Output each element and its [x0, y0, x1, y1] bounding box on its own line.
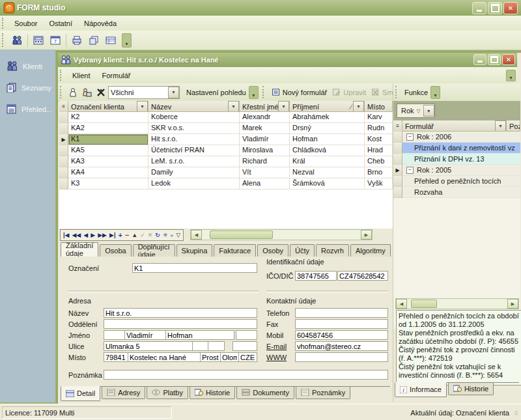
poznamka-field[interactable] — [104, 370, 388, 380]
cislo-orientacni-field[interactable] — [208, 341, 225, 351]
tab-osoby[interactable]: Osoby — [257, 244, 289, 257]
cislo-popisne-field[interactable] — [192, 341, 208, 351]
tab-rozvrh[interactable]: Rozvrh — [316, 244, 349, 257]
nav-insert-button[interactable]: + — [117, 231, 123, 239]
sidebar-item-seznamy[interactable]: Seznamy — [7, 83, 55, 92]
list-item[interactable]: Rozvaha — [393, 187, 520, 198]
nav-first-button[interactable]: |◀ — [62, 232, 70, 238]
focused-cell[interactable]: K1 — [68, 134, 148, 145]
calendar-toolbar-button[interactable]: 7 — [48, 33, 63, 48]
nav-last-button[interactable]: ▶| — [108, 232, 117, 238]
stat-field[interactable] — [238, 352, 257, 362]
table-row[interactable]: KA3 LeM. s.r.o. Richard Král Cheb — [59, 156, 393, 167]
tab-dokumenty[interactable]: Dokumenty — [236, 387, 294, 399]
child-menubar-grip[interactable] — [60, 70, 64, 81]
filter-dropdown-icon[interactable]: ▼ — [353, 101, 364, 112]
telefon-field[interactable] — [295, 308, 388, 318]
list-item[interactable]: Přiznání k DPH vz. 13 — [393, 154, 520, 165]
scroll-right-icon[interactable]: ▶ — [507, 299, 518, 309]
nav-delete-button[interactable]: − — [124, 231, 130, 239]
toolbar-overflow-button[interactable]: ▾ — [122, 33, 132, 48]
jmeno-field[interactable] — [124, 330, 166, 340]
table-row[interactable]: K3 Ledok Alena Šrámková Vyšk — [59, 178, 393, 189]
sidebar-item-klienti[interactable]: Klienti — [7, 61, 55, 71]
menubar-grip[interactable] — [2, 18, 7, 28]
tab-skupina[interactable]: Skupina — [176, 244, 213, 257]
child-menu-overflow-button[interactable]: ▾ — [506, 70, 516, 81]
tab-zakladni-udaje[interactable]: Základní údaje — [61, 242, 98, 257]
nav-post-button[interactable]: ✓ — [139, 232, 147, 238]
maximize-button[interactable] — [488, 2, 502, 14]
sidebar-item-prehled[interactable]: Přehled... — [7, 104, 55, 114]
nav-refresh-button[interactable]: ↻ — [154, 232, 162, 238]
www-field[interactable] — [295, 352, 388, 362]
nav-bookmark-button[interactable]: ✳ — [162, 232, 169, 238]
list-item[interactable]: Přehled o peněžních tocích — [393, 176, 520, 187]
column-header-poz[interactable]: Poz — [507, 120, 520, 132]
forms-grid-horizontal-scrollbar[interactable]: ◀ ▶ — [395, 298, 519, 309]
edit-form-button[interactable]: Upravit — [330, 87, 369, 98]
prijmeni-field[interactable] — [165, 330, 234, 340]
filter-dropdown-icon[interactable]: ▼ — [137, 101, 148, 112]
tab-ucty[interactable]: Účty — [290, 244, 315, 257]
column-header-prijmeni[interactable]: Příjmení ∕ ▼ — [290, 101, 365, 112]
child-minimize-button[interactable] — [473, 54, 486, 65]
cislo-extra-field[interactable] — [232, 341, 257, 351]
tab-poznamky[interactable]: Poznámky — [296, 387, 350, 399]
list-item-selected[interactable]: Přiznání k dani z nemovitostí vz — [393, 143, 520, 154]
print-toolbar-button[interactable] — [69, 33, 85, 48]
tab-adresy[interactable]: Adresy — [102, 387, 145, 399]
titul-pred-field[interactable] — [104, 330, 125, 340]
menu-ostatni[interactable]: Ostatní — [43, 18, 77, 29]
calculator-toolbar-button[interactable] — [31, 33, 46, 48]
tab-informace[interactable]: i Informace — [395, 382, 447, 397]
filter-dropdown-icon[interactable]: ▼ — [228, 101, 239, 112]
nazev-field[interactable] — [104, 308, 257, 318]
kraj-field[interactable] — [220, 352, 239, 362]
funkce-toolbar-grip[interactable] — [395, 86, 400, 98]
filter-dropdown-icon[interactable]: ▼ — [423, 105, 434, 117]
nav-edit-button[interactable]: ▲ — [130, 232, 139, 238]
filter-toolbar-overflow[interactable]: ▾ — [249, 86, 259, 99]
column-header-krestni-jmeno[interactable]: Křestní jméno ▼ — [240, 101, 290, 112]
table-row-selected[interactable]: ▶ K1 Hit s.r.o. Vladimír Hofman Kost — [59, 134, 393, 145]
misto-field[interactable] — [128, 352, 201, 362]
psc-field[interactable] — [104, 352, 128, 362]
scrollbar-thumb[interactable] — [411, 300, 437, 308]
nav-goto-bookmark-button[interactable]: ⁎ — [169, 232, 175, 238]
menu-klient[interactable]: Klient — [66, 70, 96, 81]
chevron-down-icon[interactable]: ▼ — [168, 87, 179, 98]
grid-horizontal-scrollbar[interactable]: ◀ ▶ — [190, 229, 373, 240]
column-chooser-icon[interactable]: ≡ — [59, 101, 68, 112]
scroll-left-icon[interactable]: ◀ — [396, 299, 407, 309]
scroll-left-icon[interactable]: ◀ — [191, 230, 202, 240]
nav-prior-button[interactable]: ◀ — [82, 232, 89, 238]
column-header-oznaceni-klienta[interactable]: Označení klienta ▼ — [68, 101, 148, 112]
tab-algoritmy[interactable]: Algoritmy — [350, 244, 391, 257]
close-button[interactable]: ✕ — [503, 2, 518, 14]
collapse-icon[interactable]: − — [406, 167, 414, 174]
ulice-field[interactable] — [104, 341, 193, 351]
email-link-label[interactable]: E-mail — [266, 343, 287, 352]
child-close-button[interactable]: ✕ — [502, 54, 515, 65]
scrollbar-thumb[interactable] — [210, 231, 273, 239]
oznaceni-field[interactable] — [132, 263, 257, 273]
form-toolbar-grip[interactable] — [262, 86, 267, 98]
funkce-button[interactable]: Funkce — [402, 87, 430, 98]
group-column-rok[interactable]: Rok ▽ ▼ — [397, 104, 435, 118]
table-row[interactable]: KA4 Damily Vít Nezval Brno — [59, 167, 393, 178]
client-delete-button[interactable] — [94, 85, 107, 100]
tab-detail[interactable]: Detail — [61, 386, 100, 401]
menu-napoveda[interactable]: Nápověda — [78, 18, 122, 29]
tab-historie-info[interactable]: Historie — [448, 383, 494, 395]
email-field[interactable] — [295, 341, 388, 351]
nav-filter-button[interactable]: ▽ — [175, 232, 182, 238]
menu-soubor[interactable]: Soubor — [8, 18, 43, 29]
scroll-right-icon[interactable]: ▶ — [361, 230, 372, 240]
client-edit-button[interactable] — [80, 85, 93, 100]
ico-field[interactable] — [295, 271, 337, 281]
column-chooser-icon[interactable]: ≡ — [393, 120, 402, 132]
clients-toolbar-button[interactable] — [9, 33, 25, 48]
tab-historie[interactable]: Historie — [190, 387, 235, 399]
nav-cancel-button[interactable]: ✕ — [147, 232, 154, 238]
